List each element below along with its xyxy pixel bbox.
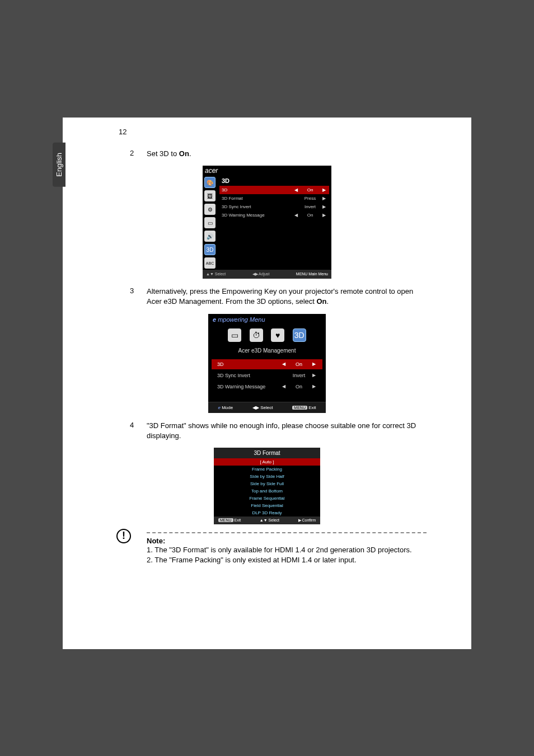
timer-icon[interactable]: ⏱	[250, 328, 263, 342]
right-arrow-icon: ▶	[311, 361, 317, 367]
step-4: 4 "3D Format" shows while no enough info…	[130, 421, 427, 441]
step-number: 4	[130, 421, 147, 429]
brand-logo: acer	[203, 166, 331, 176]
menu-badge: MENU	[218, 518, 233, 522]
foot-exit: MENU Exit	[292, 405, 316, 410]
left-arrow-icon: ◀	[281, 361, 287, 367]
value: On	[299, 212, 321, 218]
3d-icon[interactable]: 3D	[293, 328, 306, 342]
step-number: 2	[130, 149, 147, 157]
fmt-item[interactable]: Side by Side Full	[214, 480, 320, 487]
emp-row-sync[interactable]: 3D Sync Invert Invert ▶	[212, 370, 322, 381]
label: 3D Sync Invert	[222, 204, 293, 209]
osd-row-format[interactable]: 3D Format Press ▶	[219, 194, 329, 203]
step-text: Set 3D to On.	[147, 149, 191, 159]
osd-title: 3D	[219, 176, 329, 186]
eco-icon[interactable]: ♥	[271, 328, 284, 342]
e-logo: e	[213, 316, 216, 323]
foot-exit: MENU Exit	[218, 518, 241, 523]
foot-mode: e Mode	[218, 405, 233, 410]
text: Exit	[235, 518, 241, 522]
text: Select	[260, 405, 273, 410]
menu-badge: MENU	[292, 406, 307, 410]
text-bold: On	[179, 149, 189, 158]
fmt-item-auto[interactable]: [ Auto ]	[214, 458, 320, 466]
dashed-separator	[147, 532, 427, 533]
format-title: 3D Format	[214, 448, 320, 458]
empowering-icons: ▭ ⏱ ♥ 3D	[208, 325, 326, 345]
step-text: Alternatively, press the Empowering Key …	[147, 287, 427, 307]
emp-row-3d[interactable]: 3D ◀ On ▶	[212, 359, 322, 369]
emp-row-warning[interactable]: 3D Warning Message ◀ On ▶	[212, 382, 322, 392]
step-2: 2 Set 3D to On.	[130, 149, 427, 159]
label: 3D Warning Message	[222, 213, 293, 218]
text: mpowering Menu	[218, 316, 265, 323]
text: Mode	[222, 405, 233, 410]
foot-confirm: ▶ Confirm	[298, 518, 316, 523]
value: On	[299, 187, 321, 193]
foot-select: ▲▼ Select	[206, 272, 226, 276]
right-arrow-icon: ▶	[321, 187, 327, 192]
osd-row-3d[interactable]: 3D ◀ On ▶	[219, 186, 329, 194]
left-arrow-icon: ◀	[293, 213, 299, 218]
text: Exit	[308, 405, 316, 410]
color-icon: 🎨	[204, 177, 216, 188]
empowering-menu: e mpowering Menu ▭ ⏱ ♥ 3D Acer e3D Manag…	[208, 314, 326, 413]
format-footer: MENU Exit ▲▼ Select ▶ Confirm	[214, 516, 320, 524]
empowering-footer: e Mode ◀▶ Select MENU Exit	[208, 402, 326, 413]
value: Invert	[299, 204, 321, 210]
osd-sidebar: 🎨 🖼 ⚙ ▭ 🔊 3D ABC	[203, 176, 217, 270]
right-arrow-icon: ▶	[311, 373, 317, 378]
fmt-item[interactable]: DLP 3D Ready	[214, 509, 320, 516]
3d-icon: 3D	[204, 244, 216, 255]
step-3: 3 Alternatively, press the Empowering Ke…	[130, 287, 427, 307]
language-icon: ABC	[204, 257, 216, 269]
foot-select: ▲▼ Select	[260, 518, 279, 523]
management-icon: ▭	[204, 217, 216, 228]
left-arrow-icon: ◀	[293, 187, 299, 192]
osd-row-warning[interactable]: 3D Warning Message ◀ On ▶	[219, 211, 329, 219]
fmt-item[interactable]: Side by Side Half	[214, 473, 320, 480]
text-bold: On	[316, 297, 326, 306]
label: 3D Warning Message	[217, 384, 281, 389]
right-arrow-icon: ▶	[321, 213, 327, 218]
image-icon: 🖼	[204, 190, 216, 201]
value: On	[287, 384, 311, 389]
note-title: Note:	[147, 537, 427, 545]
right-arrow-icon: ▶	[311, 384, 317, 389]
fmt-item[interactable]: Frame Packing	[214, 466, 320, 473]
left-arrow-icon: ◀	[281, 384, 287, 389]
label: 3D Format	[222, 196, 293, 201]
format-menu: 3D Format [ Auto ] Frame Packing Side by…	[214, 448, 320, 524]
label: 3D	[222, 187, 293, 192]
text: Alternatively, press the Empowering Key …	[147, 287, 413, 306]
note-line-2: 2. The "Frame Packing" is only existed a…	[147, 555, 427, 565]
foot-adjust: ◀▶ Adjust	[252, 272, 270, 276]
osd-row-sync[interactable]: 3D Sync Invert Invert ▶	[219, 203, 329, 211]
note-icon: !	[116, 529, 131, 543]
fmt-item[interactable]: Top and Bottom	[214, 487, 320, 495]
text: .	[327, 297, 329, 306]
label: 3D Sync Invert	[217, 373, 281, 378]
fmt-item[interactable]: Field Sequential	[214, 502, 320, 509]
empowering-subtitle: Acer e3D Management	[208, 345, 326, 358]
page: 12 English 2 Set 3D to On. acer 🎨 🖼 ⚙ ▭ …	[63, 118, 471, 649]
right-arrow-icon: ▶	[321, 196, 327, 201]
note-line-1: 1. The "3D Format" is only available for…	[147, 545, 427, 555]
fmt-item[interactable]: Frame Sequential	[214, 495, 320, 502]
e-icon: e	[218, 405, 220, 410]
language-tab: English	[53, 143, 65, 187]
value: On	[287, 361, 311, 367]
label: 3D	[217, 361, 281, 367]
text: .	[189, 149, 191, 158]
note-block: ! Note: 1. The "3D Format" is only avail…	[147, 532, 427, 565]
right-arrow-icon: ▶	[321, 204, 327, 209]
screen-icon[interactable]: ▭	[228, 328, 241, 342]
empowering-title: e mpowering Menu	[208, 314, 326, 325]
value: Invert	[287, 373, 311, 378]
foot-select: ◀▶ Select	[252, 405, 273, 410]
step-text: "3D Format" shows while no enough info, …	[147, 421, 427, 441]
step-number: 3	[130, 287, 147, 295]
text: Set 3D to	[147, 149, 179, 158]
audio-icon: 🔊	[204, 231, 216, 242]
